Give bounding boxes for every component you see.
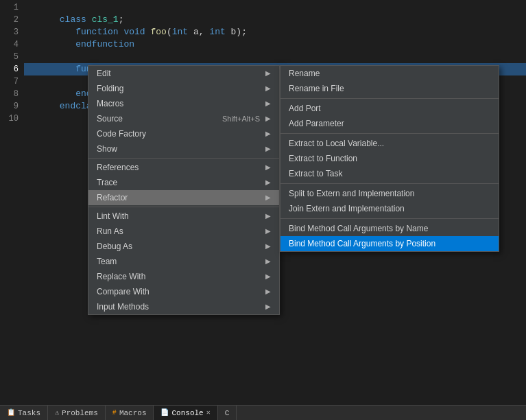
refactor-join-extern-label: Join Extern and Implementation (289, 201, 405, 216)
refactor-bind-by-position-label: Bind Method Call Arguments by Position (289, 236, 435, 251)
line-num-4: 4 (0, 38, 24, 51)
refactor-extract-task[interactable]: Extract to Task (280, 166, 499, 181)
refactor-add-parameter-label: Add Parameter (289, 116, 344, 131)
menu-item-source[interactable]: Source Shift+Alt+S ▶ (88, 111, 279, 126)
menu-item-macros[interactable]: Macros ▶ (88, 96, 279, 111)
menu-label-replace-with: Replace With (97, 269, 145, 284)
line-num-6: 6 (0, 63, 24, 75)
arrow-icon-run-as: ▶ (265, 224, 271, 239)
menu-item-run-as[interactable]: Run As ▶ (88, 224, 279, 239)
tab-tasks-label: Tasks (18, 406, 40, 421)
refactor-extract-local-var[interactable]: Extract to Local Variable... (280, 136, 499, 151)
tab-macros[interactable]: # Macros (106, 406, 154, 421)
macros-icon: # (112, 406, 117, 421)
arrow-icon-code-factory: ▶ (265, 126, 271, 141)
context-menu: Edit ▶ Folding ▶ Macros ▶ Source Shift+A… (88, 65, 280, 315)
code-line-5: function int foo_1(); (24, 51, 526, 63)
tab-c[interactable]: C (218, 406, 237, 421)
tab-macros-label: Macros (119, 406, 147, 421)
refactor-bind-by-name[interactable]: Bind Method Call Arguments by Name (280, 221, 499, 236)
tab-console[interactable]: 📄 Console ✕ (154, 406, 217, 421)
refactor-extract-task-label: Extract to Task (289, 166, 342, 181)
arrow-icon-macros: ▶ (265, 96, 271, 111)
line-num-1: 1 (0, 1, 24, 14)
menu-label-show: Show (97, 141, 117, 156)
menu-item-team[interactable]: Team ▶ (88, 254, 279, 269)
tab-bar: 📋 Tasks ⚠ Problems # Macros 📄 Console ✕ … (0, 405, 526, 420)
line-num-9: 9 (0, 100, 24, 113)
refactor-split-extern-label: Split to Extern and Implementation (289, 186, 414, 201)
refactor-split-extern[interactable]: Split to Extern and Implementation (280, 186, 499, 201)
refactor-extract-function-label: Extract to Function (289, 151, 357, 166)
menu-item-replace-with[interactable]: Replace With ▶ (88, 269, 279, 284)
menu-item-edit[interactable]: Edit ▶ (88, 66, 279, 81)
tab-console-label: Console (171, 406, 203, 421)
menu-label-code-factory: Code Factory (97, 126, 146, 141)
refactor-join-extern[interactable]: Join Extern and Implementation (280, 201, 499, 216)
tasks-icon: 📋 (7, 406, 15, 421)
menu-label-source: Source (97, 111, 123, 126)
separator-2 (88, 207, 279, 207)
menu-item-references[interactable]: References ▶ (88, 160, 279, 175)
console-close-icon[interactable]: ✕ (206, 406, 211, 421)
menu-item-refactor[interactable]: Refactor ▶ (88, 190, 279, 205)
arrow-icon-show: ▶ (265, 141, 271, 156)
arrow-icon-edit: ▶ (265, 66, 271, 81)
menu-label-edit: Edit (97, 66, 111, 81)
arrow-icon-references: ▶ (265, 160, 271, 175)
refactor-add-port-label: Add Port (289, 101, 321, 116)
arrow-icon-trace: ▶ (265, 175, 271, 190)
tab-problems-label: Problems (62, 406, 98, 421)
menu-label-refactor: Refactor (97, 190, 128, 205)
menu-label-lint-with: Lint With (97, 209, 129, 224)
menu-item-folding[interactable]: Folding ▶ (88, 81, 279, 96)
refactor-sep-2 (280, 133, 499, 134)
menu-item-compare-with[interactable]: Compare With ▶ (88, 284, 279, 299)
menu-label-compare-with: Compare With (97, 284, 150, 299)
menu-item-lint-with[interactable]: Lint With ▶ (88, 209, 279, 224)
arrow-icon-folding: ▶ (265, 81, 271, 96)
shortcut-source: Shift+Alt+S (222, 111, 260, 126)
arrow-icon-input-methods: ▶ (265, 299, 271, 314)
separator-1 (88, 158, 279, 159)
tab-c-label: C (225, 406, 230, 421)
menu-item-trace[interactable]: Trace ▶ (88, 175, 279, 190)
arrow-icon-compare-with: ▶ (265, 284, 271, 299)
console-icon: 📄 (160, 406, 169, 421)
refactor-rename-label: Rename (289, 66, 320, 81)
refactor-sep-3 (280, 183, 499, 184)
arrow-icon-lint-with: ▶ (265, 209, 271, 224)
line-num-7: 7 (0, 75, 24, 88)
menu-item-show[interactable]: Show ▶ (88, 141, 279, 156)
menu-label-debug-as: Debug As (97, 239, 132, 254)
refactor-submenu: Rename Rename in File Add Port Add Param… (280, 65, 499, 252)
menu-label-run-as: Run As (97, 224, 123, 239)
refactor-rename[interactable]: Rename (280, 66, 499, 81)
line-num-5: 5 (0, 51, 24, 63)
line-num-2: 2 (0, 14, 24, 26)
refactor-add-port[interactable]: Add Port (280, 101, 499, 116)
menu-label-macros: Macros (97, 96, 123, 111)
refactor-rename-in-file-label: Rename in File (289, 81, 344, 96)
tab-problems[interactable]: ⚠ Problems (48, 406, 106, 421)
refactor-bind-by-position[interactable]: Bind Method Call Arguments by Position (280, 236, 499, 251)
line-num-10: 10 (0, 113, 24, 125)
refactor-add-parameter[interactable]: Add Parameter (280, 116, 499, 131)
menu-label-trace: Trace (97, 175, 117, 190)
line-numbers: 1 2 3 4 5 6 7 8 9 10 (0, 0, 24, 367)
menu-item-input-methods[interactable]: Input Methods ▶ (88, 299, 279, 314)
arrow-icon-refactor: ▶ (265, 190, 271, 205)
refactor-sep-1 (280, 98, 499, 99)
tab-tasks[interactable]: 📋 Tasks (0, 406, 48, 421)
menu-label-team: Team (97, 254, 117, 269)
refactor-sep-4 (280, 218, 499, 219)
problems-icon: ⚠ (55, 406, 59, 421)
menu-label-references: References (97, 160, 139, 175)
refactor-rename-in-file[interactable]: Rename in File (280, 81, 499, 96)
menu-item-code-factory[interactable]: Code Factory ▶ (88, 126, 279, 141)
menu-label-input-methods: Input Methods (97, 299, 149, 314)
refactor-extract-function[interactable]: Extract to Function (280, 151, 499, 166)
menu-item-debug-as[interactable]: Debug As ▶ (88, 239, 279, 254)
arrow-icon-debug-as: ▶ (265, 239, 271, 254)
line-num-3: 3 (0, 26, 24, 38)
